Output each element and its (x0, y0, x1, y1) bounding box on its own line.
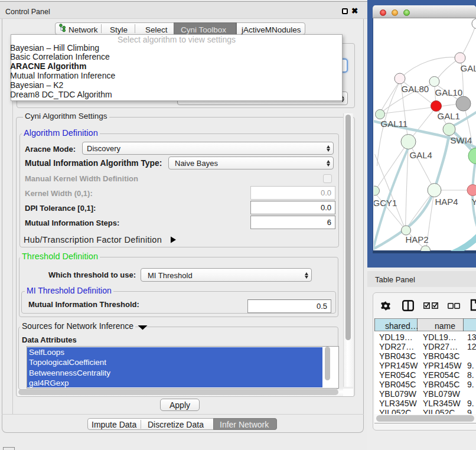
svg-text:SWI4: SWI4 (450, 135, 472, 145)
svg-text:HAP2: HAP2 (405, 234, 428, 244)
svg-text:GAL2: GAL2 (460, 63, 476, 73)
svg-text:GAL10: GAL10 (435, 87, 462, 97)
svg-text:GAL80: GAL80 (401, 84, 429, 94)
svg-text:Y: Y (471, 197, 476, 207)
svg-text:GAL11: GAL11 (380, 119, 407, 129)
svg-text:GAL4: GAL4 (409, 150, 432, 160)
svg-text:HAP4: HAP4 (435, 197, 458, 207)
svg-text:GCY1: GCY1 (374, 198, 397, 208)
svg-text:GAL1: GAL1 (437, 111, 459, 121)
